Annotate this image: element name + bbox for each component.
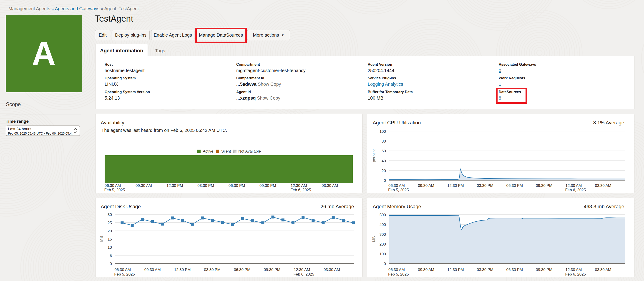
svg-text:Feb 6, 2025: Feb 6, 2025 xyxy=(565,272,586,276)
svg-text:MB: MB xyxy=(372,236,376,242)
svg-text:30: 30 xyxy=(108,212,112,217)
svg-text:Feb 5, 2025: Feb 5, 2025 xyxy=(388,272,409,276)
svg-text:12:30 PM: 12:30 PM xyxy=(447,184,464,188)
svg-text:Feb 5, 2025: Feb 5, 2025 xyxy=(104,188,125,192)
svg-text:Feb 5, 2025: Feb 5, 2025 xyxy=(114,272,135,276)
svg-text:03:30 AM: 03:30 AM xyxy=(324,268,340,272)
svg-text:200: 200 xyxy=(380,242,386,246)
svg-text:MB: MB xyxy=(99,236,104,242)
svg-text:0: 0 xyxy=(110,262,112,266)
svg-text:Active: Active xyxy=(203,149,213,154)
svg-text:06:30 AM: 06:30 AM xyxy=(104,184,121,188)
svg-text:09:30 AM: 09:30 AM xyxy=(136,184,152,188)
svg-text:0: 0 xyxy=(384,178,386,183)
svg-text:03:30 AM: 03:30 AM xyxy=(595,184,611,188)
svg-text:03:30 AM: 03:30 AM xyxy=(322,184,338,188)
svg-text:03:30 PM: 03:30 PM xyxy=(198,184,214,188)
svg-text:12:30 AM: 12:30 AM xyxy=(565,268,582,272)
svg-text:09:30 PM: 09:30 PM xyxy=(536,268,552,272)
svg-text:percent: percent xyxy=(372,149,376,162)
svg-text:10: 10 xyxy=(108,245,112,250)
svg-text:09:30 PM: 09:30 PM xyxy=(264,268,280,272)
svg-text:03:30 AM: 03:30 AM xyxy=(595,268,611,272)
svg-text:06:30 PM: 06:30 PM xyxy=(506,184,523,188)
svg-text:100: 100 xyxy=(380,129,386,134)
svg-text:80: 80 xyxy=(382,139,386,144)
svg-text:5: 5 xyxy=(110,254,112,258)
svg-text:09:30 PM: 09:30 PM xyxy=(536,184,552,188)
svg-text:Feb 6, 2025: Feb 6, 2025 xyxy=(290,188,311,192)
svg-text:Feb 6, 2025: Feb 6, 2025 xyxy=(294,272,314,276)
svg-text:12:30 PM: 12:30 PM xyxy=(174,268,191,272)
svg-text:06:30 PM: 06:30 PM xyxy=(228,184,245,188)
svg-text:03:30 PM: 03:30 PM xyxy=(477,268,494,272)
svg-text:Feb 6, 2025: Feb 6, 2025 xyxy=(565,188,586,192)
svg-text:25: 25 xyxy=(108,221,112,225)
svg-text:12:30 AM: 12:30 AM xyxy=(565,184,582,188)
svg-text:03:30 PM: 03:30 PM xyxy=(477,184,494,188)
svg-text:06:30 AM: 06:30 AM xyxy=(114,268,131,272)
svg-text:06:30 AM: 06:30 AM xyxy=(388,184,405,188)
svg-text:09:30 AM: 09:30 AM xyxy=(144,268,161,272)
svg-text:09:30 AM: 09:30 AM xyxy=(418,184,434,188)
svg-text:500: 500 xyxy=(380,213,386,217)
svg-text:Feb 5, 2025: Feb 5, 2025 xyxy=(388,188,409,192)
svg-text:20: 20 xyxy=(382,169,386,173)
svg-text:09:30 AM: 09:30 AM xyxy=(418,268,434,272)
svg-text:40: 40 xyxy=(382,159,386,163)
svg-text:15: 15 xyxy=(108,237,112,242)
svg-text:60: 60 xyxy=(382,149,386,153)
svg-text:12:30 AM: 12:30 AM xyxy=(294,268,310,272)
svg-text:12:30 PM: 12:30 PM xyxy=(166,184,183,188)
svg-text:300: 300 xyxy=(380,232,386,237)
svg-text:Not Available: Not Available xyxy=(238,149,261,154)
svg-text:0: 0 xyxy=(384,262,386,266)
svg-text:400: 400 xyxy=(380,222,386,227)
svg-text:06:30 AM: 06:30 AM xyxy=(388,268,405,272)
svg-text:06:30 PM: 06:30 PM xyxy=(506,268,523,272)
svg-text:12:30 PM: 12:30 PM xyxy=(447,268,464,272)
svg-text:Silent: Silent xyxy=(221,149,231,154)
svg-text:09:30 PM: 09:30 PM xyxy=(260,184,276,188)
svg-text:06:30 PM: 06:30 PM xyxy=(234,268,250,272)
svg-text:100: 100 xyxy=(380,252,386,256)
svg-text:12:30 AM: 12:30 AM xyxy=(290,184,307,188)
svg-text:03:30 PM: 03:30 PM xyxy=(204,268,220,272)
svg-text:20: 20 xyxy=(108,229,112,233)
